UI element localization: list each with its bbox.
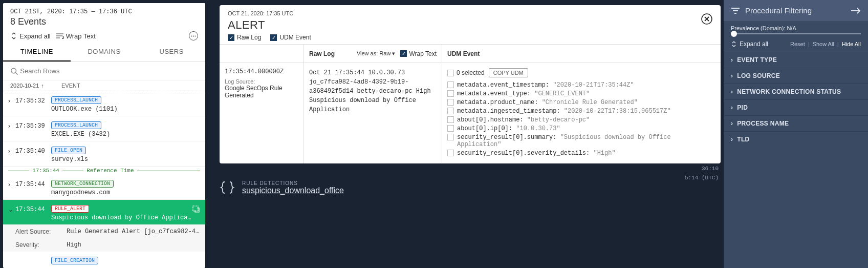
filter-section-label: EVENT TYPE <box>737 56 777 64</box>
filter-show-all[interactable]: Show All <box>813 41 834 47</box>
chevron-down-icon[interactable]: ⌄ <box>8 203 15 213</box>
event-tag: PROCESS_LAUNCH <box>51 96 101 104</box>
filter-section-label: PROCESS NAME <box>737 120 789 127</box>
chevron-right-icon: › <box>731 136 733 143</box>
detail-value: Rule Generated Alert [jo_c7fca982-4ad… <box>67 228 200 235</box>
event-row[interactable]: › 17:35:32 PROCESS_LAUNCHOUTLOOK.exe (11… <box>3 91 205 116</box>
udm-key: about[0].hostname: <box>457 116 524 123</box>
event-tag: FILE_OPEN <box>51 147 86 154</box>
udm-checkbox[interactable] <box>447 108 454 114</box>
chevron-right-icon: › <box>731 56 733 64</box>
event-row[interactable]: › 17:35:39 PROCESS_LAUNCHEXCEL.EXE (3432… <box>3 116 205 141</box>
udm-checkbox[interactable] <box>447 90 454 97</box>
wrap-icon <box>56 33 64 39</box>
udm-key: security_result[0].severity_details: <box>457 150 590 157</box>
filter-section[interactable]: ›PID <box>724 99 868 115</box>
event-row[interactable]: › 17:35:40 FILE_OPENsurvey.xls <box>3 141 205 167</box>
rule-detections-label: RULE DETECTIONS <box>242 180 344 186</box>
udm-field-row[interactable]: security_result[0].severity_details: "Hi… <box>447 150 715 157</box>
chevron-right-icon: › <box>731 120 733 127</box>
col-event: EVENT <box>61 83 80 89</box>
alert-detail-card: OCT 21, 2020: 17:35 UTC ALERT Raw Log UD… <box>220 5 721 163</box>
search-input[interactable] <box>18 65 198 77</box>
chevron-right-icon[interactable]: › <box>8 119 15 130</box>
udm-value: "Chronicle Rule Generated" <box>542 99 638 106</box>
dots-icon <box>191 35 196 37</box>
close-icon <box>701 13 712 25</box>
udm-field-row[interactable]: about[0].ip[0]: "10.0.30.73" <box>447 125 715 132</box>
raw-log-body: Oct 21 17:35:44 10.0.30.73 jo_c7fca982-4… <box>304 63 442 119</box>
filter-section-label: TLD <box>737 136 749 143</box>
event-row[interactable]: › 17:35:44 NETWORK_CONNECTIONmanygoodnew… <box>3 175 205 200</box>
udm-field-row[interactable]: about[0].hostname: "betty-decaro-pc" <box>447 116 715 123</box>
udm-checkbox[interactable] <box>447 116 454 123</box>
tab-domains[interactable]: DOMAINS <box>71 43 138 61</box>
udm-checkbox[interactable] <box>447 125 454 132</box>
prevalence-slider[interactable] <box>724 33 868 38</box>
chevron-right-icon: › <box>731 104 733 111</box>
more-menu-button[interactable] <box>189 31 198 40</box>
chevron-right-icon[interactable]: › <box>8 145 15 155</box>
tab-users[interactable]: USERS <box>138 43 205 61</box>
udm-value: "2020-10-22T17:38:15.965517Z" <box>564 108 671 115</box>
udm-checkbox[interactable] <box>447 99 454 106</box>
udm-key: metadata.product_name: <box>457 99 538 106</box>
event-desc: survey.xls <box>51 156 200 163</box>
detail-label: Alert Source: <box>15 228 67 235</box>
udm-field-row[interactable]: metadata.event_type: "GENERIC_EVENT" <box>447 90 715 97</box>
collapse-panel-button[interactable] <box>851 7 861 14</box>
filter-section[interactable]: ›EVENT TYPE <box>724 52 868 68</box>
filter-hide-all[interactable]: Hide All <box>842 41 861 47</box>
chk-udm-event[interactable]: UDM Event <box>270 34 311 41</box>
udm-value: "2020-10-21T17:35:44Z" <box>553 81 634 89</box>
event-tag: RULE_ALERT <box>51 205 89 213</box>
udm-field-row[interactable]: metadata.product_name: "Chronicle Rule G… <box>447 99 715 106</box>
events-list: › 17:35:32 PROCESS_LAUNCHOUTLOOK.exe (11… <box>3 91 205 268</box>
udm-checkbox[interactable] <box>447 150 454 156</box>
svg-point-3 <box>11 68 16 73</box>
event-tag: FILE_CREATION <box>51 257 98 264</box>
expand-all-button[interactable]: Expand all <box>10 32 51 40</box>
wrap-text-button[interactable]: Wrap Text <box>56 32 96 40</box>
log-source-label: Log Source: <box>225 78 298 85</box>
chevron-right-icon[interactable]: › <box>8 178 15 188</box>
udm-field-row[interactable]: metadata.ingested_timestamp: "2020-10-22… <box>447 108 715 115</box>
svg-point-1 <box>193 35 194 36</box>
filter-reset[interactable]: Reset <box>790 41 805 47</box>
filter-section[interactable]: ›PROCESS NAME <box>724 115 868 131</box>
udm-field-row[interactable]: metadata.event_timestamp: "2020-10-21T17… <box>447 81 715 89</box>
event-time: 17:35:40 <box>15 145 51 155</box>
filter-section[interactable]: ›NETWORK CONNECTION STATUS <box>724 84 868 99</box>
close-button[interactable] <box>701 13 712 25</box>
col-date[interactable]: 2020-10-21 ↑ <box>10 83 61 89</box>
filter-section[interactable]: ›LOG SOURCE <box>724 68 868 84</box>
copy-udm-button[interactable]: COPY UDM <box>489 68 528 77</box>
pin-icon[interactable] <box>192 203 200 213</box>
rule-detection-link[interactable]: suspicious_download_office <box>242 186 344 195</box>
expand-icon <box>10 32 17 39</box>
raw-log-header: Raw Log <box>309 50 335 57</box>
udm-checkbox[interactable] <box>447 134 454 140</box>
prevalence-label: Prevalence (Domain): N/A <box>724 21 868 33</box>
udm-header: UDM Event <box>447 50 480 57</box>
chk-raw-log[interactable]: Raw Log <box>228 34 261 41</box>
chevron-right-icon: › <box>731 72 733 79</box>
detail-value: High <box>67 241 200 249</box>
event-row-alert[interactable]: ⌄ 17:35:44 RULE_ALERTSuspicious download… <box>3 200 205 225</box>
chevron-right-icon[interactable]: › <box>8 94 15 105</box>
event-row[interactable]: FILE_CREATION <box>3 252 205 266</box>
udm-field-row[interactable]: security_result[0].summary: "Suspicious … <box>447 134 715 148</box>
udm-checkbox[interactable] <box>447 81 454 88</box>
udm-select-all[interactable]: 0 selected <box>447 69 485 76</box>
udm-key: metadata.ingested_timestamp: <box>457 108 560 115</box>
svg-rect-5 <box>193 206 198 211</box>
event-tag: NETWORK_CONNECTION <box>51 180 114 188</box>
svg-point-2 <box>195 35 196 36</box>
udm-key: metadata.event_timestamp: <box>457 81 549 89</box>
filter-title: Procedural Filtering <box>745 6 812 15</box>
tab-timeline[interactable]: TIMELINE <box>3 43 71 61</box>
filter-section[interactable]: ›TLD <box>724 131 868 147</box>
filter-expand-all[interactable]: Expand all <box>731 40 768 48</box>
view-as-dropdown[interactable]: View as: Raw ▾ <box>357 50 396 57</box>
wrap-text-toggle[interactable]: Wrap Text <box>400 50 437 57</box>
